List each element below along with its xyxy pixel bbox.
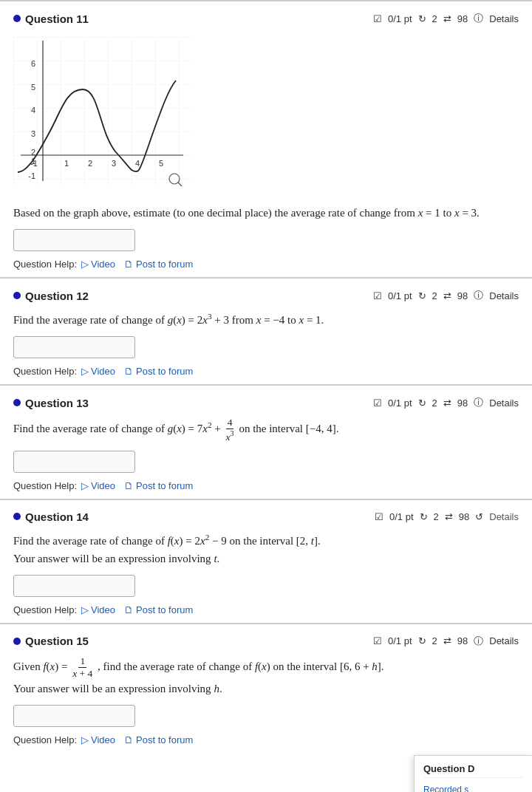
check-icon-11: ☑ <box>373 13 382 24</box>
question-15-forum-link[interactable]: 🗋 Post to forum <box>124 734 193 745</box>
question-12-forum-label: Post to forum <box>136 366 193 377</box>
question-15-label: Question 15 <box>25 635 89 647</box>
question-13-dot <box>13 399 21 406</box>
question-11-help-label: Question Help: <box>13 259 77 270</box>
submissions-icon-12: ⇄ <box>443 290 451 301</box>
question-13-input[interactable] <box>13 451 135 473</box>
question-15-retries: 2 <box>432 635 437 646</box>
check-icon-12: ☑ <box>373 290 382 301</box>
svg-text:5: 5 <box>159 159 163 168</box>
question-13-video-label: Video <box>91 480 115 491</box>
question-11-dot <box>13 15 21 22</box>
question-14-block: Question 14 ☑ 0/1 pt ↻ 2 ⇄ 98 ↺ Details … <box>0 499 532 623</box>
question-12-input[interactable] <box>13 336 135 358</box>
question-15-video-label: Video <box>91 734 115 745</box>
question-11-forum-label: Post to forum <box>136 259 193 270</box>
question-13-video-link[interactable]: ▷ Video <box>81 480 115 491</box>
retry-icon-11: ↻ <box>418 13 426 24</box>
question-14-forum-label: Post to forum <box>136 604 193 615</box>
question-15-meta: ☑ 0/1 pt ↻ 2 ⇄ 98 ⓘ Details <box>373 635 519 648</box>
svg-text:6: 6 <box>31 59 35 68</box>
video-icon-11: ▷ <box>81 259 89 270</box>
retry-icon-15: ↻ <box>418 635 426 646</box>
question-12-label: Question 12 <box>25 290 89 302</box>
question-14-video-label: Video <box>91 604 115 615</box>
question-13-block: Question 13 ☑ 0/1 pt ↻ 2 ⇄ 98 ⓘ Details … <box>0 384 532 499</box>
submissions-icon-13: ⇄ <box>443 397 451 409</box>
question-15-help-label: Question Help: <box>13 734 77 745</box>
question-11-submissions: 98 <box>457 13 468 24</box>
question-14-submissions: 98 <box>459 511 469 522</box>
question-15-submissions: 98 <box>457 635 468 646</box>
svg-text:4: 4 <box>31 106 35 115</box>
retry-icon-12: ↻ <box>418 290 426 301</box>
question-14-details[interactable]: Details <box>489 511 519 522</box>
question-15-input[interactable] <box>13 705 135 727</box>
question-12-submissions: 98 <box>457 290 468 301</box>
question-12-forum-link[interactable]: 🗋 Post to forum <box>124 366 193 377</box>
question-11-input[interactable] <box>13 229 135 251</box>
submissions-icon-15: ⇄ <box>443 635 451 646</box>
question-14-forum-link[interactable]: 🗋 Post to forum <box>124 604 193 615</box>
question-14-retries: 2 <box>434 511 439 522</box>
retry-icon-13: ↻ <box>418 397 426 409</box>
question-12-block: Question 12 ☑ 0/1 pt ↻ 2 ⇄ 98 ⓘ Details … <box>0 277 532 384</box>
graph-svg: 6 5 4 3 2 1 -1 1 2 3 4 5 -1 <box>13 37 191 192</box>
forum-icon-12: 🗋 <box>124 366 134 377</box>
question-13-forum-link[interactable]: 🗋 Post to forum <box>124 480 193 491</box>
question-15-video-link[interactable]: ▷ Video <box>81 734 115 745</box>
question-11-block: Question 11 ☑ 0/1 pt ↻ 2 ⇄ 98 ⓘ Details <box>0 0 532 277</box>
question-15-help: Question Help: ▷ Video 🗋 Post to forum <box>13 734 519 745</box>
question-13-label: Question 13 <box>25 397 89 409</box>
question-13-details[interactable]: Details <box>489 397 519 409</box>
question-14-score: 0/1 pt <box>389 511 414 522</box>
question-15-details[interactable]: Details <box>489 635 519 646</box>
svg-text:5: 5 <box>31 83 35 92</box>
side-panel: Question D Recorded s Score on la <box>414 755 532 792</box>
question-12-details[interactable]: Details <box>489 290 519 301</box>
svg-text:4: 4 <box>135 159 140 168</box>
question-12-score: 0/1 pt <box>388 290 412 301</box>
question-15-dot <box>13 638 21 645</box>
question-13-retries: 2 <box>432 397 437 409</box>
question-12-retries: 2 <box>432 290 437 301</box>
info-icon-14: ↺ <box>475 511 483 522</box>
question-14-label: Question 14 <box>25 511 89 523</box>
question-11-score: 0/1 pt <box>388 13 412 24</box>
question-13-submissions: 98 <box>457 397 468 409</box>
question-11-graph: 6 5 4 3 2 1 -1 1 2 3 4 5 -1 <box>13 37 191 195</box>
question-12-title: Question 12 <box>13 290 89 302</box>
question-14-video-link[interactable]: ▷ Video <box>81 604 115 615</box>
question-12-video-link[interactable]: ▷ Video <box>81 366 115 377</box>
question-15-header: Question 15 ☑ 0/1 pt ↻ 2 ⇄ 98 ⓘ Details <box>13 635 519 648</box>
question-13-meta: ☑ 0/1 pt ↻ 2 ⇄ 98 ⓘ Details <box>373 396 519 409</box>
info-icon-15: ⓘ <box>474 635 483 648</box>
submissions-icon-11: ⇄ <box>443 13 451 24</box>
question-12-body: Find the average rate of change of g(x) … <box>13 310 519 329</box>
question-11-label: Question 11 <box>25 13 89 25</box>
question-11-retries: 2 <box>432 13 437 24</box>
video-icon-13: ▷ <box>81 480 89 491</box>
question-15-block: Question 15 ☑ 0/1 pt ↻ 2 ⇄ 98 ⓘ Details … <box>0 623 532 753</box>
question-14-body: Find the average rate of change of f(x) … <box>13 530 519 567</box>
question-11-title: Question 11 <box>13 13 89 25</box>
check-icon-13: ☑ <box>373 397 382 409</box>
side-panel-title: Question D <box>423 763 523 778</box>
question-11-header: Question 11 ☑ 0/1 pt ↻ 2 ⇄ 98 ⓘ Details <box>13 12 519 25</box>
forum-icon-13: 🗋 <box>124 480 134 491</box>
question-12-header: Question 12 ☑ 0/1 pt ↻ 2 ⇄ 98 ⓘ Details <box>13 289 519 302</box>
question-14-input[interactable] <box>13 575 135 597</box>
question-12-dot <box>13 292 21 299</box>
svg-text:2: 2 <box>31 148 35 157</box>
question-11-video-link[interactable]: ▷ Video <box>81 259 115 270</box>
question-11-details[interactable]: Details <box>489 13 519 24</box>
check-icon-15: ☑ <box>373 635 382 646</box>
question-14-dot <box>13 513 21 520</box>
question-14-help-label: Question Help: <box>13 604 77 615</box>
question-11-forum-link[interactable]: 🗋 Post to forum <box>124 259 193 270</box>
question-11-body: Based on the graph above, estimate (to o… <box>13 204 519 222</box>
question-13-header: Question 13 ☑ 0/1 pt ↻ 2 ⇄ 98 ⓘ Details <box>13 396 519 409</box>
forum-icon-14: 🗋 <box>124 604 134 615</box>
side-panel-item-1[interactable]: Recorded s <box>423 784 523 792</box>
question-15-forum-label: Post to forum <box>136 734 193 745</box>
